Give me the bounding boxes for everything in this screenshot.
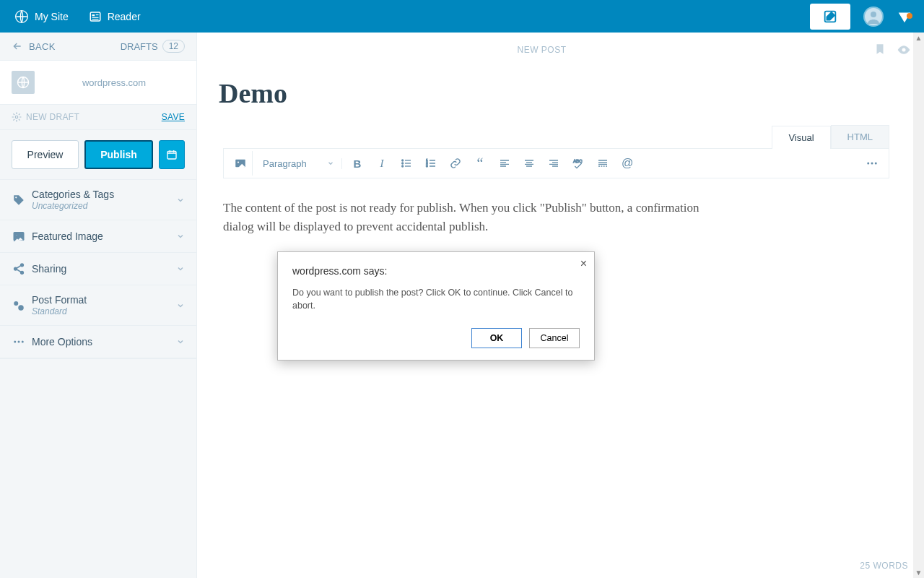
svg-point-20 [14, 341, 16, 343]
svg-point-34 [871, 163, 873, 165]
svg-rect-3 [92, 17, 98, 17]
chevron-down-icon [176, 232, 185, 241]
svg-rect-11 [167, 151, 176, 159]
arrow-left-icon [12, 40, 23, 52]
format-label: Post Format [32, 294, 87, 306]
more-label: More Options [32, 336, 92, 348]
align-center-button[interactable] [517, 151, 541, 176]
drafts-button[interactable]: DRAFTS 12 [121, 40, 185, 53]
accordion-sharing[interactable]: Sharing [0, 253, 196, 285]
sharing-label: Sharing [32, 263, 66, 275]
masterbar: My Site Reader [0, 0, 924, 33]
number-list-button[interactable]: 123 [419, 151, 443, 176]
dialog-cancel-button[interactable]: Cancel [529, 328, 580, 348]
post-title[interactable]: Demo [219, 77, 889, 109]
chevron-down-icon [176, 264, 185, 273]
chevron-down-icon [327, 160, 334, 167]
mention-button[interactable]: @ [615, 151, 640, 176]
link-button[interactable] [443, 151, 468, 176]
bullet-list-button[interactable] [394, 151, 419, 176]
add-media-button[interactable] [228, 151, 253, 176]
tag-icon [12, 193, 26, 207]
align-left-button[interactable] [492, 151, 517, 176]
svg-point-18 [14, 301, 18, 306]
svg-point-12 [15, 197, 17, 198]
calendar-icon [166, 149, 178, 160]
format-sub: Standard [32, 306, 87, 316]
new-draft-button[interactable]: NEW DRAFT [12, 112, 79, 122]
svg-rect-4 [92, 19, 98, 20]
svg-text:3: 3 [426, 164, 428, 168]
site-name: wordpress.com [82, 77, 146, 88]
confirm-dialog: × wordpress.com says: Do you want to pub… [277, 251, 595, 361]
mysite-label: My Site [35, 11, 69, 22]
schedule-button[interactable] [159, 140, 185, 169]
svg-rect-1 [90, 12, 100, 21]
svg-point-14 [16, 234, 17, 236]
quote-button[interactable]: “ [468, 151, 492, 176]
reader-icon [89, 10, 102, 23]
scroll-down-icon[interactable]: ▼ [913, 567, 924, 578]
svg-point-35 [875, 163, 877, 165]
scrollbar[interactable]: ▲ ▼ [913, 33, 924, 578]
publish-label: Publish [100, 149, 137, 160]
editor-toolbar: Paragraph B I 123 “ ABC @ [223, 148, 889, 178]
svg-point-27 [402, 163, 404, 164]
notifications-button[interactable] [891, 9, 918, 25]
back-label: BACK [29, 41, 56, 52]
spellcheck-button[interactable]: ABC [566, 151, 590, 176]
compose-icon [822, 9, 838, 25]
notification-dot [907, 13, 912, 19]
svg-point-26 [402, 160, 404, 161]
preview-label: Preview [27, 149, 64, 160]
readmore-button[interactable] [590, 151, 615, 176]
dialog-title: wordpress.com says: [292, 265, 580, 277]
profile-avatar[interactable] [863, 7, 884, 27]
format-icon [12, 298, 26, 313]
accordion-featured-image[interactable]: Featured Image [0, 220, 196, 253]
svg-point-22 [22, 341, 24, 343]
ellipsis-icon [12, 335, 26, 349]
site-block[interactable]: wordpress.com [0, 61, 196, 105]
dialog-ok-button[interactable]: OK [471, 328, 522, 348]
align-right-button[interactable] [541, 151, 566, 176]
accordion-categories[interactable]: Categories & Tags Uncategorized [0, 180, 196, 220]
share-icon [12, 262, 26, 276]
mysite-button[interactable]: My Site [6, 0, 77, 33]
svg-point-33 [867, 163, 869, 165]
featured-label: Featured Image [32, 230, 103, 242]
save-link[interactable]: SAVE [162, 112, 185, 122]
new-draft-label: NEW DRAFT [26, 112, 79, 122]
dialog-close-button[interactable]: × [580, 258, 587, 269]
categories-sub: Uncategorized [32, 201, 114, 211]
publish-button[interactable]: Publish [84, 140, 153, 169]
post-content[interactable]: The content of the post is not ready for… [223, 199, 728, 237]
tab-visual[interactable]: Visual [772, 126, 830, 149]
kitchen-sink-button[interactable] [860, 151, 884, 176]
compose-button[interactable] [810, 4, 850, 30]
eye-icon[interactable] [897, 43, 911, 57]
accordion-post-format[interactable]: Post Format Standard [0, 285, 196, 326]
scroll-up-icon[interactable]: ▲ [913, 33, 924, 43]
categories-label: Categories & Tags [32, 189, 114, 200]
accordion-more-options[interactable]: More Options [0, 326, 196, 358]
svg-point-8 [871, 12, 876, 17]
bookmark-icon[interactable] [873, 43, 886, 57]
reader-button[interactable]: Reader [80, 0, 149, 33]
italic-button[interactable]: I [370, 151, 394, 176]
svg-point-19 [18, 305, 24, 311]
user-icon [865, 8, 882, 25]
paragraph-select[interactable]: Paragraph [256, 158, 342, 169]
editor-sidebar: BACK DRAFTS 12 wordpress.com NEW DRAFT S… [0, 33, 197, 578]
chevron-down-icon [176, 337, 185, 346]
dialog-message: Do you want to publish the post? Click O… [292, 287, 580, 312]
bold-button[interactable]: B [345, 151, 370, 176]
back-button[interactable]: BACK [12, 40, 56, 52]
svg-point-23 [902, 48, 905, 51]
new-post-label: NEW POST [517, 45, 566, 55]
svg-point-28 [402, 165, 404, 167]
paragraph-label: Paragraph [263, 158, 307, 169]
preview-button[interactable]: Preview [12, 140, 79, 169]
svg-point-25 [237, 161, 238, 163]
tab-html[interactable]: HTML [831, 125, 889, 148]
